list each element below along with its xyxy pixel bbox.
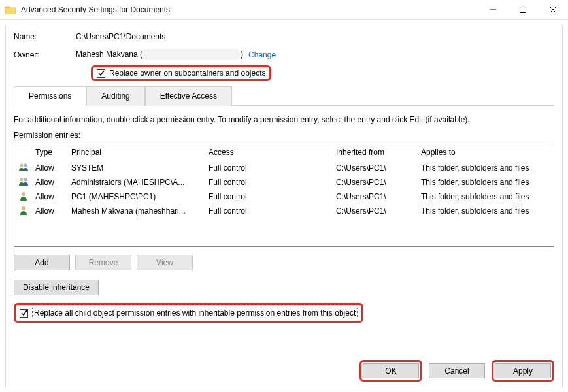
change-owner-link[interactable]: Change bbox=[248, 50, 276, 59]
table-header: Type Principal Access Inherited from App… bbox=[14, 144, 554, 161]
user-icon bbox=[18, 191, 30, 201]
svg-point-6 bbox=[20, 178, 24, 181]
disable-inheritance-button[interactable]: Disable inheritance bbox=[14, 280, 99, 295]
owner-label: Owner: bbox=[14, 50, 76, 59]
svg-point-7 bbox=[24, 178, 27, 181]
window-title: Advanced Security Settings for Documents bbox=[21, 5, 478, 14]
cell-inherited: C:\Users\PC1\ bbox=[332, 192, 417, 201]
cell-access: Full control bbox=[205, 178, 332, 187]
col-principal[interactable]: Principal bbox=[67, 148, 205, 157]
svg-point-9 bbox=[22, 206, 25, 210]
table-row[interactable]: AllowAdministrators (MAHESHPC\A...Full c… bbox=[14, 175, 554, 189]
dialog-content: Name: C:\Users\PC1\Documents Owner: Mahe… bbox=[5, 25, 563, 387]
svg-rect-1 bbox=[520, 7, 526, 12]
replace-all-row: Replace all child object permission entr… bbox=[14, 303, 554, 323]
owner-value: Mahesh Makvana () bbox=[76, 49, 243, 60]
replace-owner-row: Replace owner on subcontainers and objec… bbox=[91, 65, 554, 81]
cell-applies: This folder, subfolders and files bbox=[417, 192, 554, 201]
group-icon bbox=[18, 177, 30, 186]
titlebar: Advanced Security Settings for Documents bbox=[0, 0, 568, 20]
owner-close-paren: ) bbox=[241, 50, 243, 59]
folder-icon bbox=[5, 5, 16, 14]
ok-button[interactable]: OK bbox=[363, 363, 419, 378]
owner-name-part: Mahesh Makvana ( bbox=[76, 50, 142, 59]
table-body: AllowSYSTEMFull controlC:\Users\PC1\This… bbox=[14, 161, 554, 218]
col-applies[interactable]: Applies to bbox=[417, 148, 554, 157]
tab-effective-access[interactable]: Effective Access bbox=[145, 86, 232, 106]
view-button: View bbox=[137, 255, 193, 270]
cell-inherited: C:\Users\PC1\ bbox=[332, 163, 417, 172]
cell-applies: This folder, subfolders and files bbox=[417, 163, 554, 172]
table-row[interactable]: AllowPC1 (MAHESHPC\PC1)Full controlC:\Us… bbox=[14, 189, 554, 204]
cell-principal: PC1 (MAHESHPC\PC1) bbox=[67, 192, 205, 201]
window-controls bbox=[478, 0, 568, 20]
footer-buttons: OK Cancel Apply bbox=[359, 360, 554, 382]
cell-principal: SYSTEM bbox=[67, 163, 205, 172]
cell-type: Allow bbox=[31, 178, 67, 187]
replace-all-label: Replace all child object permission entr… bbox=[32, 308, 358, 318]
tab-permissions[interactable]: Permissions bbox=[14, 86, 86, 106]
close-button[interactable] bbox=[538, 0, 568, 20]
name-row: Name: C:\Users\PC1\Documents bbox=[14, 32, 554, 41]
col-inherited[interactable]: Inherited from bbox=[332, 148, 417, 157]
user-icon bbox=[18, 206, 30, 215]
cancel-button[interactable]: Cancel bbox=[429, 363, 485, 378]
cell-type: Allow bbox=[31, 163, 67, 172]
apply-button[interactable]: Apply bbox=[495, 363, 551, 378]
table-row[interactable]: AllowSYSTEMFull controlC:\Users\PC1\This… bbox=[14, 161, 554, 175]
owner-redacted bbox=[142, 49, 241, 60]
cell-applies: This folder, subfolders and files bbox=[417, 178, 554, 187]
cell-applies: This folder, subfolders and files bbox=[417, 206, 554, 216]
svg-point-5 bbox=[24, 163, 27, 167]
highlight-apply: Apply bbox=[492, 360, 554, 382]
permission-entries-label: Permission entries: bbox=[14, 131, 554, 140]
cell-type: Allow bbox=[31, 206, 67, 216]
highlight-replace-owner: Replace owner on subcontainers and objec… bbox=[91, 65, 271, 81]
cell-inherited: C:\Users\PC1\ bbox=[332, 206, 417, 216]
col-access[interactable]: Access bbox=[205, 148, 332, 157]
tab-auditing[interactable]: Auditing bbox=[86, 86, 144, 106]
cell-access: Full control bbox=[205, 192, 332, 201]
add-button[interactable]: Add bbox=[14, 255, 70, 270]
info-text: For additional information, double-click… bbox=[14, 115, 554, 124]
cell-inherited: C:\Users\PC1\ bbox=[332, 178, 417, 187]
cell-principal: Mahesh Makvana (maheshhari... bbox=[67, 206, 205, 216]
cell-access: Full control bbox=[205, 163, 332, 172]
group-icon bbox=[18, 163, 30, 172]
replace-owner-checkbox[interactable] bbox=[97, 69, 105, 78]
cell-access: Full control bbox=[205, 206, 332, 216]
maximize-button[interactable] bbox=[508, 0, 538, 20]
highlight-replace-all: Replace all child object permission entr… bbox=[14, 303, 363, 323]
name-label: Name: bbox=[14, 32, 76, 41]
svg-point-4 bbox=[20, 163, 24, 167]
table-row[interactable]: AllowMahesh Makvana (maheshhari...Full c… bbox=[14, 204, 554, 218]
entry-buttons: Add Remove View bbox=[14, 255, 554, 270]
tabs: Permissions Auditing Effective Access bbox=[14, 86, 554, 106]
replace-all-checkbox[interactable] bbox=[20, 309, 28, 318]
col-icon bbox=[14, 148, 31, 157]
permission-table: Type Principal Access Inherited from App… bbox=[14, 144, 554, 247]
col-type[interactable]: Type bbox=[31, 148, 67, 157]
minimize-button[interactable] bbox=[478, 0, 508, 20]
cell-type: Allow bbox=[31, 192, 67, 201]
remove-button: Remove bbox=[75, 255, 131, 270]
cell-principal: Administrators (MAHESHPC\A... bbox=[67, 178, 205, 187]
highlight-ok: OK bbox=[359, 360, 422, 382]
owner-row: Owner: Mahesh Makvana () Change bbox=[14, 49, 554, 60]
svg-point-8 bbox=[22, 192, 25, 196]
name-value: C:\Users\PC1\Documents bbox=[76, 32, 165, 41]
replace-owner-label: Replace owner on subcontainers and objec… bbox=[109, 69, 265, 78]
